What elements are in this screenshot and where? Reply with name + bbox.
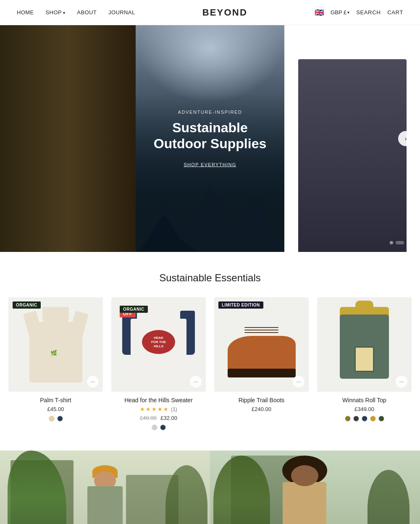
hero-panel-left [0, 25, 136, 252]
nav-about[interactable]: ABOUT [77, 9, 97, 16]
currency-chevron-icon: ▾ [347, 10, 349, 15]
color-swatch[interactable] [49, 416, 55, 422]
carousel-dot-3[interactable] [407, 241, 410, 244]
product-card-backpack[interactable]: ··· Winnats Roll Top £349.00 [317, 297, 412, 430]
product-name-boots: Ripple Trail Boots [214, 397, 309, 403]
product-image-backpack: ··· [317, 297, 412, 392]
search-link[interactable]: SEARCH [356, 9, 381, 16]
product-colors-backpack [317, 416, 412, 422]
star-2: ★ [146, 406, 151, 412]
nav-right: 🇬🇧 GBP £ ▾ SEARCH CART [315, 8, 403, 17]
badge-organic-tshirt: ORGANIC [13, 301, 41, 309]
badge-limited-boots: LIMITED EDITION [218, 301, 263, 309]
color-swatch[interactable] [160, 424, 166, 430]
body [283, 482, 326, 524]
currency-selector[interactable]: GBP £ ▾ [331, 9, 349, 16]
color-swatch[interactable] [370, 416, 376, 422]
color-swatch[interactable] [353, 416, 359, 422]
hero-cta[interactable]: SHOP EVERYTHING [184, 162, 236, 167]
original-price-sweater: £40.00 [140, 415, 157, 421]
product-colors-sweater [111, 424, 206, 430]
badge-organic-sweater: ORGANIC [120, 306, 148, 313]
products-grid: ORGANIC 🌿 ··· Palm T-shirt £45.00 [0, 297, 420, 430]
nav-home[interactable]: HOME [17, 9, 34, 16]
products-section: Sustainable Essentials ORGANIC 🌿 ··· Pal… [0, 272, 420, 430]
color-swatch[interactable] [378, 416, 384, 422]
carousel-next-button[interactable]: › [398, 131, 413, 146]
product-options-boots[interactable]: ··· [293, 376, 304, 388]
body [87, 486, 123, 524]
navigation: HOME SHOP▾ ABOUT JOURNAL BEYOND 🇬🇧 GBP £… [0, 0, 420, 25]
plants-left [0, 451, 74, 524]
product-options-tshirt[interactable]: ··· [87, 376, 99, 388]
hero-title: Sustainable Outdoor Supplies [151, 120, 269, 152]
color-swatch[interactable] [345, 416, 351, 422]
product-name-backpack: Winnats Roll Top [317, 397, 412, 403]
product-colors-tshirt [8, 416, 103, 422]
boots-image [224, 312, 299, 378]
hero-text-overlay: ADVENTURE-INSPIRED Sustainable Outdoor S… [151, 110, 269, 168]
plants-right-r [368, 451, 410, 524]
product-image-boots: LIMITED EDITION [214, 297, 309, 392]
product-price-boots: £240.00 [214, 406, 309, 412]
nav-shop[interactable]: SHOP▾ [46, 9, 66, 16]
bottom-banners [0, 451, 420, 524]
hero-section: ADVENTURE-INSPIRED Sustainable Outdoor S… [0, 25, 420, 252]
star-5: ★ [163, 406, 168, 412]
carousel-dot-1[interactable] [390, 241, 393, 244]
carousel-dots [390, 241, 410, 244]
mountain-svg [136, 168, 285, 252]
product-card-boots[interactable]: LIMITED EDITION [214, 297, 309, 430]
cart-link[interactable]: CART [387, 9, 403, 16]
hero-subtitle: ADVENTURE-INSPIRED [151, 110, 269, 115]
color-swatch[interactable] [362, 416, 368, 422]
flag-icon: 🇬🇧 [315, 8, 324, 17]
hero-panel-center: ADVENTURE-INSPIRED Sustainable Outdoor S… [136, 25, 285, 252]
nav-journal[interactable]: JOURNAL [108, 9, 135, 16]
tshirt-logo-icon: 🌿 [50, 350, 57, 358]
product-stars-sweater: ★ ★ ★ ★ ★ (1) [111, 406, 206, 412]
product-name-sweater: Head for the Hills Sweater [111, 397, 206, 403]
sweater-logo: HEADFOR THEHILLS [142, 330, 175, 354]
star-4: ★ [158, 406, 163, 412]
star-3: ★ [152, 406, 157, 412]
plants-right [158, 451, 210, 524]
product-image-tshirt: ORGANIC 🌿 ··· [8, 297, 103, 392]
products-section-title: Sustainable Essentials [0, 272, 420, 284]
carousel-dot-2[interactable] [396, 241, 404, 244]
sale-price-sweater: £32.00 [160, 415, 177, 421]
person-right [277, 459, 332, 524]
site-logo: BEYOND [202, 7, 247, 18]
product-options-sweater[interactable]: ··· [190, 376, 202, 388]
shop-dropdown-icon: ▾ [63, 10, 65, 15]
product-name-tshirt: Palm T-shirt [8, 397, 103, 403]
backpack-image [333, 307, 395, 383]
product-options-backpack[interactable]: ··· [396, 376, 407, 388]
product-price-sweater: £40.00 £32.00 [111, 415, 206, 421]
color-swatch[interactable] [152, 424, 158, 430]
nav-left: HOME SHOP▾ ABOUT JOURNAL [17, 9, 135, 16]
star-1: ★ [140, 406, 145, 412]
product-card-palm-tshirt[interactable]: ORGANIC 🌿 ··· Palm T-shirt £45.00 [8, 297, 103, 430]
product-price-backpack: £349.00 [317, 406, 412, 412]
bottom-banner-left[interactable] [0, 451, 210, 524]
person-left [80, 463, 130, 524]
head [291, 465, 318, 486]
bottom-banner-right[interactable] [210, 451, 420, 524]
product-price-tshirt: £45.00 [8, 406, 103, 412]
product-card-sweater[interactable]: 20% OFF ORGANIC HEADFOR THEHILLS ··· Hea… [111, 297, 206, 430]
tshirt-image: 🌿 [23, 307, 89, 383]
product-image-sweater: 20% OFF ORGANIC HEADFOR THEHILLS ··· [111, 297, 206, 392]
review-count-sweater: (1) [171, 406, 177, 412]
color-swatch[interactable] [57, 416, 63, 422]
plants-left-r [210, 451, 273, 524]
